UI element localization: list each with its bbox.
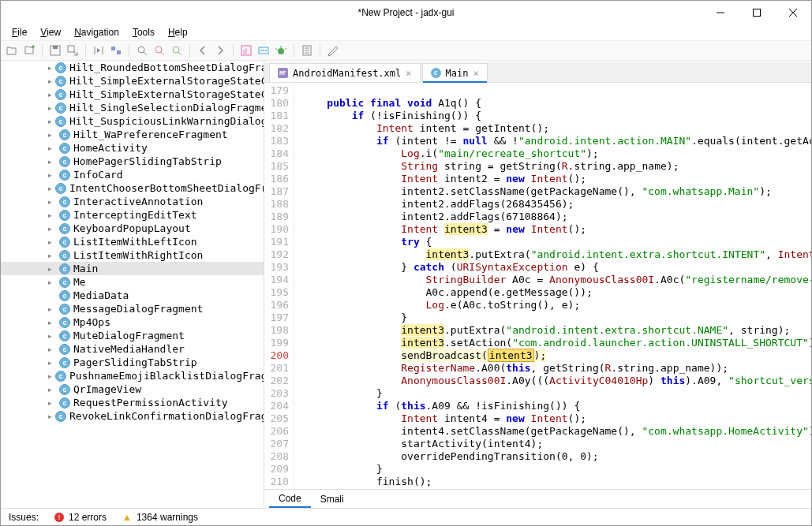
search-comment-icon[interactable] (170, 44, 183, 57)
back-icon[interactable] (196, 44, 209, 57)
code-line[interactable]: Intent intent4 = new Intent(); (302, 412, 811, 425)
code-line[interactable]: try { (302, 236, 811, 248)
tree-item[interactable]: ▸cHilt_WaPreferenceFragment (1, 128, 264, 141)
tree-item[interactable]: ▸cHilt_SimpleExternalStorageStateCallbac… (1, 88, 264, 101)
close-tab-icon[interactable]: × (406, 68, 411, 79)
code-line[interactable]: } (302, 488, 811, 489)
settings-icon[interactable] (327, 44, 339, 57)
close-tab-icon[interactable]: × (473, 68, 478, 79)
tree-item[interactable]: ▸cListItemWithLeftIcon (1, 235, 264, 248)
code-line[interactable]: String string = getString(R.string.app_n… (302, 160, 811, 173)
export-icon[interactable] (66, 44, 79, 57)
code-line[interactable]: Log.e(A0c.toString(), e); (302, 299, 811, 311)
code-line[interactable]: if (intent != null && !"android.intent.a… (302, 135, 811, 147)
code-line[interactable]: Log.i("main/recreate_shortcut"); (302, 147, 811, 160)
errors-count[interactable]: !12 errors (54, 512, 107, 523)
expand-arrow-icon[interactable]: ▸ (48, 265, 56, 273)
tree-item[interactable]: ▸cListItemWithRightIcon (1, 248, 264, 262)
code-line[interactable]: AnonymousClass00I.A0y(((ActivityC04010Hp… (302, 375, 811, 387)
expand-arrow-icon[interactable]: ▸ (48, 77, 52, 85)
expand-arrow-icon[interactable]: ▸ (48, 104, 52, 112)
code-line[interactable]: intent2.setClassName(getPackageName(), "… (302, 185, 811, 198)
code-line[interactable]: startActivity(intent4); (302, 438, 811, 450)
expand-arrow-icon[interactable]: ▸ (48, 332, 56, 340)
tree-item[interactable]: ▸cHilt_SingleSelectionDialogFragment (1, 101, 264, 114)
search-icon[interactable] (136, 44, 148, 57)
menu-file[interactable]: File (6, 25, 33, 39)
deobf-icon[interactable]: d (240, 44, 253, 57)
save-icon[interactable] (49, 44, 62, 57)
debug-icon[interactable] (275, 44, 287, 57)
expand-arrow-icon[interactable]: ▸ (48, 386, 56, 394)
menu-view[interactable]: View (34, 25, 67, 39)
expand-arrow-icon[interactable]: ▸ (48, 252, 56, 259)
code-line[interactable]: intent2.addFlags(67108864); (302, 211, 811, 223)
flatten-icon[interactable] (110, 44, 122, 57)
code-line[interactable]: } (302, 387, 811, 400)
expand-arrow-icon[interactable]: ▸ (48, 305, 56, 313)
bottom-tab-code[interactable]: Code (269, 491, 311, 508)
code-line[interactable]: intent2.addFlags(268435456); (302, 198, 811, 211)
tree-item[interactable]: ▸cKeyboardPopupLayout (1, 222, 264, 235)
minimize-button[interactable] (702, 1, 739, 24)
open-icon[interactable] (6, 44, 18, 57)
search-class-icon[interactable] (153, 44, 166, 57)
tree-item[interactable]: ▸cMuteDialogFragment (1, 329, 264, 342)
expand-arrow-icon[interactable]: ▸ (48, 185, 52, 192)
code-line[interactable]: } (302, 311, 811, 324)
log-icon[interactable] (301, 44, 313, 57)
editor-tab[interactable]: cMain× (422, 63, 488, 82)
tree-item[interactable]: ▸cMain (1, 262, 264, 275)
code-line[interactable]: A0c.append(e.getMessage()); (302, 286, 811, 299)
menu-tools[interactable]: Tools (126, 25, 161, 39)
code-line[interactable]: if (this.A09 && !isFinishing()) { (302, 400, 811, 412)
expand-arrow-icon[interactable]: ▸ (48, 319, 56, 326)
sync-icon[interactable] (92, 44, 105, 57)
code-line[interactable] (302, 84, 811, 97)
menu-help[interactable]: Help (162, 25, 194, 39)
expand-arrow-icon[interactable]: ▸ (48, 144, 56, 152)
expand-arrow-icon[interactable]: ▸ (48, 238, 56, 246)
forward-icon[interactable] (214, 44, 226, 57)
quark-icon[interactable] (257, 44, 270, 57)
expand-arrow-icon[interactable]: ▸ (48, 198, 56, 206)
editor-tab[interactable]: MFAndroidManifest.xml× (269, 63, 421, 82)
tree-item[interactable]: ▸cNativeMediaHandler (1, 342, 264, 356)
tree-item[interactable]: ▸cHomePagerSlidingTabStrip (1, 155, 264, 168)
code-line[interactable]: public final void A1q() { (302, 97, 811, 110)
menu-navigation[interactable]: Navigation (68, 25, 125, 39)
expand-arrow-icon[interactable]: ▸ (48, 171, 56, 179)
tree-item[interactable]: ▸cMe (1, 275, 264, 289)
bottom-tab-smali[interactable]: Smali (311, 491, 354, 507)
expand-arrow-icon[interactable]: ▸ (48, 278, 56, 286)
warnings-count[interactable]: ▲1364 warnings (122, 512, 198, 523)
tree-item[interactable]: ▸cHilt_SuspiciousLinkWarningDialogFragme… (1, 114, 264, 128)
expand-arrow-icon[interactable]: ▸ (48, 131, 56, 139)
code-line[interactable]: Intent intent3 = new Intent(); (302, 223, 811, 236)
expand-arrow-icon[interactable]: ▸ (48, 64, 52, 72)
code-line[interactable]: finish(); (302, 476, 811, 488)
code-line[interactable]: } catch (URISyntaxException e) { (302, 261, 811, 274)
tree-item[interactable]: ▸cMp4Ops (1, 315, 264, 329)
expand-arrow-icon[interactable]: ▸ (48, 372, 52, 380)
tree-item[interactable]: ▸cQrImageView (1, 382, 264, 396)
tree-item[interactable]: ▸cPagerSlidingTabStrip (1, 356, 264, 369)
tree-item[interactable]: ▸cHomeActivity (1, 141, 264, 155)
expand-arrow-icon[interactable]: ▸ (48, 211, 56, 219)
code-line[interactable]: intent3.putExtra("android.intent.extra.s… (302, 324, 811, 337)
tree-item[interactable]: cMediaData (1, 289, 264, 302)
code-line[interactable]: Intent intent2 = new Intent(); (302, 173, 811, 185)
expand-arrow-icon[interactable]: ▸ (48, 399, 56, 407)
expand-arrow-icon[interactable]: ▸ (48, 359, 56, 367)
code-line[interactable]: } (302, 463, 811, 476)
expand-arrow-icon[interactable]: ▸ (48, 345, 56, 353)
code-line[interactable]: if (!isFinishing()) { (302, 110, 811, 122)
expand-arrow-icon[interactable]: ▸ (48, 412, 52, 420)
tree-item[interactable]: ▸cMessageDialogFragment (1, 302, 264, 315)
tree-item[interactable]: ▸cRequestPermissionActivity (1, 396, 264, 409)
code-line[interactable]: RegisterName.A00(this, getString(R.strin… (302, 362, 811, 375)
expand-arrow-icon[interactable]: ▸ (48, 158, 56, 166)
tree-item[interactable]: ▸cInfoCard (1, 168, 264, 181)
tree-item[interactable]: ▸cIntentChooserBottomSheetDialogFragment (1, 181, 264, 195)
tree-item[interactable]: ▸cInteractiveAnnotation (1, 195, 264, 208)
